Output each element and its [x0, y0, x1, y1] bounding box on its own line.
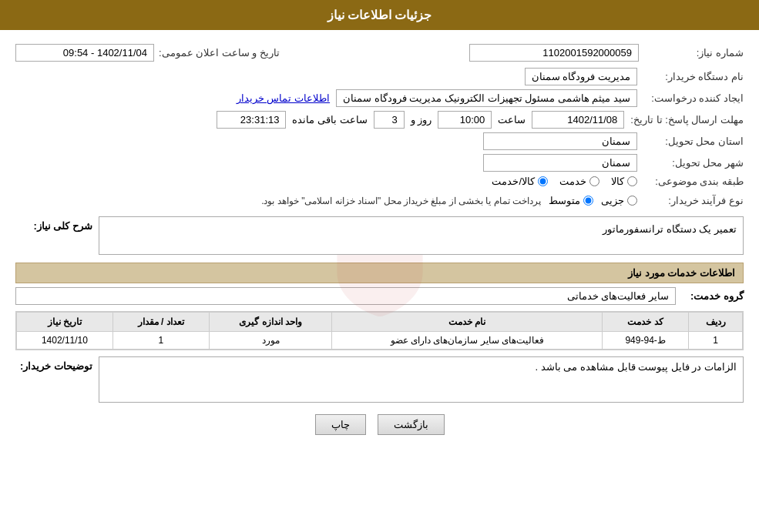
sharh-textarea: تعمیر یک دستگاه ترانسفورماتور: [99, 216, 744, 255]
tosih-value: الزامات در فایل پیوست قابل مشاهده می باش…: [535, 361, 737, 373]
table-row: 1 ط-94-949 فعالیت‌های سایر سازمان‌های دا…: [17, 332, 743, 350]
tarikh-group: تاریخ و ساعت اعلان عمومی: 1402/11/04 - 0…: [15, 44, 280, 62]
radio-kala-khadmat-input[interactable]: [538, 176, 548, 186]
saat-label: ساعت: [498, 114, 526, 125]
sharh-row: تعمیر یک دستگاه ترانسفورماتور شرح کلی نی…: [15, 216, 744, 255]
tosih-row: الزامات در فایل پیوست قابل مشاهده می باش…: [15, 356, 744, 403]
services-header-text: اطلاعات خدمات مورد نیاز: [628, 267, 735, 279]
date-field: 1402/11/08: [532, 111, 624, 129]
watermark-container: ↺ تعمیر یک دستگاه ترانسفورماتور شرح کلی …: [15, 216, 744, 255]
cell-radif: 1: [689, 332, 743, 350]
col-tarikh: تاریخ نیاز: [17, 313, 113, 332]
buttons-row: بازگشت چاپ: [15, 414, 744, 435]
radio-kala-khadmat-label: کالا/خدمت: [492, 176, 535, 187]
page-container: جزئیات اطلاعات نیاز شماره نیاز: 11020015…: [0, 0, 759, 532]
radio-kala-input[interactable]: [627, 176, 637, 186]
baqi-field: 23:31:13: [217, 111, 286, 129]
col-radif: ردیف: [689, 313, 743, 332]
tosih-label: توضیحات خریدار:: [15, 356, 92, 372]
cell-kod: ط-94-949: [602, 332, 688, 350]
ijad-value: سید میثم هاشمی مسئول تجهیزات الکترونیک م…: [336, 89, 637, 107]
ijad-row: ایجاد کننده درخواست: سید میثم هاشمی مسئو…: [15, 89, 744, 107]
noe-description: پرداخت تمام یا بخشی از مبلغ خریداز محل "…: [261, 196, 541, 206]
ostan-label: استان محل تحویل:: [643, 136, 744, 147]
noe-farayand-label: نوع فرآیند خریدار:: [643, 195, 744, 206]
process-radio-group: جزیی متوسط پرداخت تمام یا بخشی از مبلغ خ…: [261, 195, 637, 206]
radio-jozyi-input[interactable]: [627, 196, 637, 206]
page-header: جزئیات اطلاعات نیاز: [0, 0, 759, 30]
radio-khadmat[interactable]: خدمت: [559, 176, 599, 187]
sharh-label: شرح کلی نیاز:: [15, 216, 92, 232]
shahr-value: سمنان: [483, 154, 637, 172]
sharh-value: تعمیر یک دستگاه ترانسفورماتور: [603, 223, 737, 235]
shahr-row: شهر محل تحویل: سمنان: [15, 154, 744, 172]
shomara-value: 1102001592000059: [469, 44, 639, 62]
tabaqe-radio-group: کالا خدمت کالا/خدمت: [492, 176, 637, 187]
sharh-content: تعمیر یک دستگاه ترانسفورماتور: [99, 216, 744, 255]
mohlet-label: مهلت ارسال پاسخ: تا تاریخ:: [630, 114, 744, 125]
baqi-label: ساعت باقی مانده: [292, 114, 367, 125]
bazgasht-button[interactable]: بازگشت: [378, 414, 445, 435]
chap-button[interactable]: چاپ: [315, 414, 366, 435]
saat-field: 10:00: [438, 111, 492, 129]
col-vahed: واحد اندازه گیری: [209, 313, 332, 332]
radio-kala-khadmat[interactable]: کالا/خدمت: [492, 176, 548, 187]
namdastgah-row: نام دستگاه خریدار: مدیریت فرودگاه سمنان: [15, 68, 744, 85]
col-kod: کد خدمت: [602, 313, 688, 332]
grooh-khadmat-label: گروه خدمت:: [682, 290, 744, 302]
radio-mottaset[interactable]: متوسط: [549, 195, 593, 206]
col-tedad: تعداد / مقدار: [113, 313, 209, 332]
cell-vahed: مورد: [209, 332, 332, 350]
radio-mottaset-label: متوسط: [549, 195, 580, 206]
radio-kala-label: کالا: [611, 176, 624, 187]
ostan-row: استان محل تحویل: سمنان: [15, 132, 744, 150]
shomara-label: شماره نیاز:: [643, 47, 744, 59]
cell-nam: فعالیت‌های سایر سازمان‌های دارای عضو: [332, 332, 602, 350]
page-title: جزئیات اطلاعات نیاز: [327, 8, 432, 22]
services-table-container: ردیف کد خدمت نام خدمت واحد اندازه گیری ت…: [15, 311, 744, 350]
shomara-group: شماره نیاز: 1102001592000059: [469, 44, 744, 62]
roz-field: 3: [374, 111, 405, 129]
ijad-label: ایجاد کننده درخواست:: [643, 92, 744, 104]
services-table: ردیف کد خدمت نام خدمت واحد اندازه گیری ت…: [16, 312, 743, 350]
tosih-content: الزامات در فایل پیوست قابل مشاهده می باش…: [99, 356, 744, 403]
radio-jozyi[interactable]: جزیی: [601, 195, 637, 206]
radio-kala[interactable]: کالا: [611, 176, 637, 187]
cell-tedad: 1: [113, 332, 209, 350]
tabaqe-label: طبقه بندی موضوعی:: [643, 176, 744, 187]
tarikh-label: تاریخ و ساعت اعلان عمومی:: [159, 47, 280, 59]
deadline-row: مهلت ارسال پاسخ: تا تاریخ: 1402/11/08 سا…: [15, 111, 744, 129]
tarikh-value: 1402/11/04 - 09:54: [15, 44, 154, 62]
radio-jozyi-label: جزیی: [601, 195, 624, 206]
radio-khadmat-label: خدمت: [559, 176, 586, 187]
top-info-row: شماره نیاز: 1102001592000059 تاریخ و ساع…: [15, 44, 744, 62]
roz-label: روز و: [411, 114, 432, 125]
etelaaat-tamas-link[interactable]: اطلاعات تماس خریدار: [237, 92, 330, 104]
namdastgah-value: مدیریت فرودگاه سمنان: [525, 68, 637, 85]
radio-khadmat-input[interactable]: [589, 176, 599, 186]
main-content: شماره نیاز: 1102001592000059 تاریخ و ساع…: [0, 30, 759, 454]
namdastgah-label: نام دستگاه خریدار:: [643, 71, 744, 82]
radio-mottaset-input[interactable]: [583, 196, 593, 206]
cell-tarikh: 1402/11/10: [17, 332, 113, 350]
tabaqe-row: طبقه بندی موضوعی: کالا خدمت کالا/خدمت: [15, 176, 744, 187]
ostan-value: سمنان: [483, 132, 637, 150]
noe-farayand-row: نوع فرآیند خریدار: جزیی متوسط پرداخت تما…: [15, 191, 744, 210]
shahr-label: شهر محل تحویل:: [643, 157, 744, 169]
